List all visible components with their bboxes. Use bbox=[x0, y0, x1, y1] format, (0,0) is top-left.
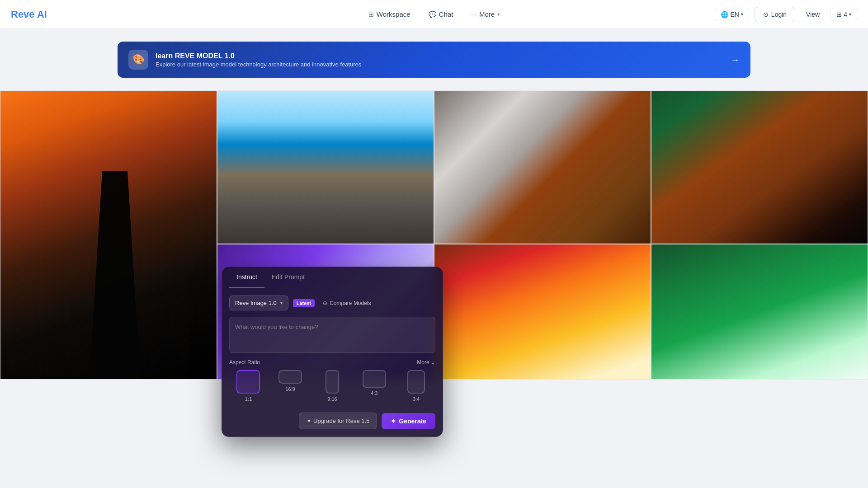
workspace-icon: ⊞ bbox=[368, 11, 374, 18]
aspect-box-1-1 bbox=[236, 370, 260, 394]
aspect-ratio-label: Aspect Ratio bbox=[229, 359, 260, 366]
lang-chevron-icon: ▾ bbox=[741, 12, 743, 17]
aspect-label-3-4: 3:4 bbox=[413, 396, 420, 402]
grid-icon: ⊞ bbox=[836, 11, 842, 18]
aspect-box-3-4 bbox=[407, 370, 425, 394]
latest-badge: Latest bbox=[293, 299, 315, 307]
image-woman-fire bbox=[0, 90, 217, 380]
aspect-label-4-3: 4:3 bbox=[371, 390, 377, 396]
overlay-panel: Instruct Edit Prompt Reve Image 1.0 ▾ La… bbox=[222, 267, 443, 437]
aspect-1-1[interactable]: 1:1 bbox=[229, 370, 268, 402]
aspect-9-16[interactable]: 9:16 bbox=[313, 370, 352, 402]
banner-wrapper: 🎨 learn REVE MODEL 1.0 Explore our lates… bbox=[0, 29, 868, 90]
prompt-placeholder: What would you like to change? bbox=[235, 324, 318, 330]
model-row: Reve Image 1.0 ▾ Latest ⊙ Compare Models bbox=[229, 296, 435, 310]
image-anime-girl bbox=[434, 244, 651, 380]
image-noble-cat bbox=[651, 90, 868, 244]
chat-icon: 💬 bbox=[429, 11, 436, 18]
aspect-4-3[interactable]: 4:3 bbox=[355, 370, 393, 402]
aspect-label-9-16: 9:16 bbox=[327, 396, 337, 402]
prompt-textarea[interactable]: What would you like to change? bbox=[229, 317, 435, 353]
aspect-label-1-1: 1:1 bbox=[245, 396, 252, 402]
banner-title: learn REVE MODEL 1.0 bbox=[156, 52, 723, 60]
model-name: Reve Image 1.0 bbox=[235, 300, 277, 306]
more-options-button[interactable]: More ⌄ bbox=[417, 359, 435, 366]
globe-icon: 🌐 bbox=[721, 11, 728, 18]
image-shopping-bag bbox=[651, 244, 868, 380]
banner-text: learn REVE MODEL 1.0 Explore our latest … bbox=[156, 52, 723, 68]
generate-button[interactable]: ✦ Generate bbox=[382, 413, 435, 429]
model-select[interactable]: Reve Image 1.0 ▾ bbox=[229, 296, 288, 310]
view-button[interactable]: View bbox=[801, 7, 825, 22]
nav: ⊞ Workspace 💬 Chat ··· More ▾ bbox=[361, 7, 507, 22]
aspect-ratio-grid: 1:1 16:9 9:16 4:3 bbox=[229, 370, 435, 402]
grid-count-button[interactable]: ⊞ 4 ▾ bbox=[830, 8, 857, 21]
aspect-3-4[interactable]: 3:4 bbox=[397, 370, 435, 402]
image-coastal-cliff bbox=[217, 90, 434, 244]
aspect-box-4-3 bbox=[363, 370, 386, 388]
nav-workspace[interactable]: ⊞ Workspace bbox=[361, 7, 418, 22]
aspect-box-9-16 bbox=[326, 370, 339, 394]
generate-icon: ✦ bbox=[391, 418, 396, 425]
tab-edit-prompt[interactable]: Edit Prompt bbox=[264, 267, 312, 288]
login-icon: ⊙ bbox=[763, 11, 769, 18]
tab-instruct[interactable]: Instruct bbox=[229, 267, 264, 288]
language-button[interactable]: 🌐 EN ▾ bbox=[715, 8, 749, 21]
header-right: 🌐 EN ▾ ⊙ Login View ⊞ 4 ▾ bbox=[715, 7, 857, 22]
panel-body: Reve Image 1.0 ▾ Latest ⊙ Compare Models… bbox=[222, 288, 443, 436]
aspect-label-16-9: 16:9 bbox=[285, 386, 295, 392]
more-chevron-icon: ▾ bbox=[497, 12, 500, 17]
image-stone-alley bbox=[434, 90, 651, 244]
compare-icon: ⊙ bbox=[323, 300, 327, 306]
aspect-16-9[interactable]: 16:9 bbox=[271, 370, 310, 402]
login-button[interactable]: ⊙ Login bbox=[755, 7, 795, 22]
aspect-box-16-9 bbox=[278, 370, 302, 384]
logo[interactable]: Reve AI bbox=[11, 9, 47, 20]
content-area: Instruct Edit Prompt Reve Image 1.0 ▾ La… bbox=[0, 90, 868, 488]
page: Reve AI ⊞ Workspace 💬 Chat ··· More ▾ 🌐 … bbox=[0, 0, 868, 488]
banner-subtitle: Explore our latest image model technolog… bbox=[156, 61, 723, 68]
aspect-ratio-header: Aspect Ratio More ⌄ bbox=[229, 359, 435, 366]
panel-footer: ✦ Upgrade for Reve 1.5 ✦ Generate bbox=[229, 409, 435, 429]
banner-arrow-icon: → bbox=[731, 55, 740, 65]
nav-chat[interactable]: 💬 Chat bbox=[421, 7, 461, 22]
compare-models-button[interactable]: ⊙ Compare Models bbox=[319, 298, 374, 308]
upgrade-button[interactable]: ✦ Upgrade for Reve 1.5 bbox=[299, 413, 377, 429]
header: Reve AI ⊞ Workspace 💬 Chat ··· More ▾ 🌐 … bbox=[0, 0, 868, 29]
more-dots-icon: ··· bbox=[471, 11, 476, 18]
panel-tabs: Instruct Edit Prompt bbox=[222, 267, 443, 288]
banner[interactable]: 🎨 learn REVE MODEL 1.0 Explore our lates… bbox=[118, 42, 750, 78]
nav-more[interactable]: ··· More ▾ bbox=[464, 7, 507, 22]
banner-icon: 🎨 bbox=[128, 50, 148, 70]
model-select-chevron-icon: ▾ bbox=[280, 300, 283, 305]
grid-chevron-icon: ▾ bbox=[849, 12, 851, 17]
